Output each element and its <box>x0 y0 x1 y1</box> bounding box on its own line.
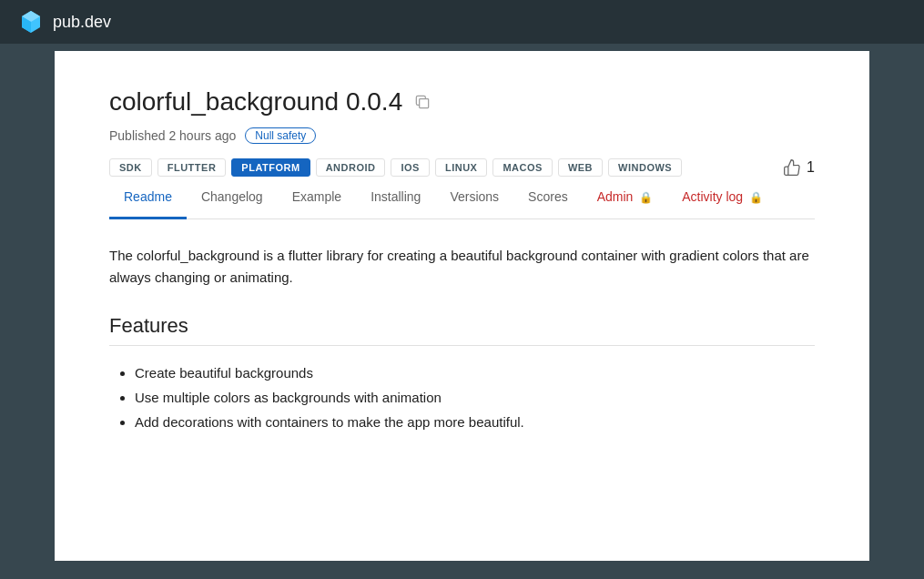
published-text: Published 2 hours ago <box>109 128 236 143</box>
tag-web[interactable]: WEB <box>558 158 603 177</box>
tab-readme[interactable]: Readme <box>109 177 187 219</box>
admin-lock-icon: 🔒 <box>639 191 653 204</box>
tags-row: SDK FLUTTER PLATFORM ANDROID IOS LINUX M… <box>109 158 682 177</box>
tab-installing[interactable]: Installing <box>356 177 435 219</box>
package-name: colorful_background 0.0.4 <box>109 87 402 117</box>
top-bar: pub.dev <box>0 0 924 44</box>
tab-admin[interactable]: Admin 🔒 <box>583 177 668 219</box>
tag-ios[interactable]: IOS <box>391 158 429 177</box>
published-row: Published 2 hours ago Null safety <box>109 127 815 144</box>
features-heading: Features <box>109 314 815 346</box>
tab-changelog[interactable]: Changelog <box>187 177 278 219</box>
feature-item-2: Use multiple colors as backgrounds with … <box>135 385 815 410</box>
svg-rect-0 <box>420 99 429 108</box>
main-content: colorful_background 0.0.4 Published 2 ho… <box>55 51 869 561</box>
tag-platform[interactable]: PLATFORM <box>231 158 310 177</box>
like-count: 1 <box>807 159 815 176</box>
tag-android[interactable]: ANDROID <box>316 158 386 177</box>
features-list: Create beautiful backgrounds Use multipl… <box>109 361 815 434</box>
tab-scores[interactable]: Scores <box>513 177 583 219</box>
site-name: pub.dev <box>53 13 111 32</box>
copy-icon[interactable] <box>413 93 432 111</box>
tag-macos[interactable]: MACOS <box>492 158 552 177</box>
null-safety-badge: Null safety <box>245 127 316 144</box>
tags-and-like-row: SDK FLUTTER PLATFORM ANDROID IOS LINUX M… <box>109 158 815 177</box>
like-icon[interactable] <box>783 158 801 177</box>
pubdev-logo-icon <box>18 9 44 35</box>
tag-flutter[interactable]: FLUTTER <box>157 158 227 177</box>
package-description: The colorful_background is a flutter lib… <box>109 245 815 289</box>
tabs-row: Readme Changelog Example Installing Vers… <box>109 177 815 219</box>
package-title-row: colorful_background 0.0.4 <box>109 87 815 117</box>
tab-example[interactable]: Example <box>278 177 356 219</box>
tab-versions[interactable]: Versions <box>435 177 513 219</box>
tag-windows[interactable]: WINDOWS <box>608 158 682 177</box>
feature-item-3: Add decorations with containers to make … <box>135 410 815 434</box>
feature-item-1: Create beautiful backgrounds <box>135 361 815 385</box>
tag-linux[interactable]: LINUX <box>435 158 488 177</box>
tag-sdk[interactable]: SDK <box>109 158 152 177</box>
activity-log-lock-icon: 🔒 <box>749 191 763 204</box>
like-section: 1 <box>783 158 815 177</box>
tab-activity-log[interactable]: Activity log 🔒 <box>667 177 777 219</box>
